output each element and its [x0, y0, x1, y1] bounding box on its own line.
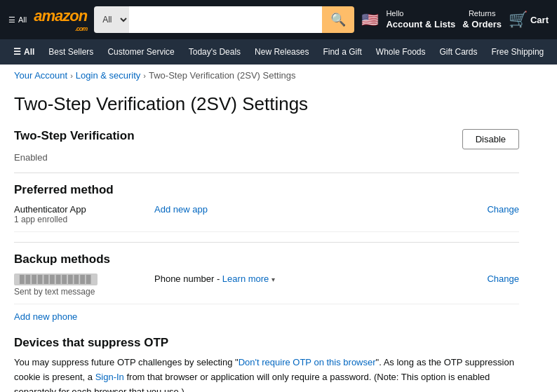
disable-button[interactable]: Disable — [462, 129, 519, 149]
nav-item-registry[interactable]: Registry — [551, 43, 557, 60]
nav-item-whole-foods[interactable]: Whole Foods — [370, 43, 432, 60]
nav-item-new-releases[interactable]: New Releases — [248, 43, 315, 60]
divider-1 — [14, 173, 519, 173]
preferred-title: Preferred method — [14, 183, 519, 197]
breadcrumb-current: Two-Step Verification (2SV) Settings — [149, 70, 296, 81]
page-title: Two-Step Verification (2SV) Settings — [14, 93, 519, 115]
dont-require-link: Don't require OTP on this browser — [239, 357, 376, 367]
nav-item-all[interactable]: ☰ All — [7, 43, 41, 60]
backup-phone-info: ████████████ Sent by text message — [14, 273, 154, 297]
hamburger-label: All — [18, 15, 27, 24]
preferred-change: Change — [487, 204, 519, 215]
nav-item-todays-deals[interactable]: Today's Deals — [182, 43, 247, 60]
amazon-logo[interactable]: amazon .com — [34, 7, 87, 32]
two-step-header: Two-Step Verification Disable — [14, 129, 519, 149]
two-step-title: Two-Step Verification — [14, 129, 135, 143]
backup-phone-label: Phone number - Learn more ▾ — [154, 273, 487, 284]
main-content: Two-Step Verification (2SV) Settings Two… — [0, 86, 533, 392]
search-bar: All 🔍 — [94, 6, 354, 33]
sent-by-label: Sent by text message — [14, 287, 154, 297]
otp-section: Devices that suppress OTP You may suppre… — [14, 336, 519, 392]
breadcrumb-login-security[interactable]: Login & security — [76, 70, 141, 81]
otp-title: Devices that suppress OTP — [14, 336, 519, 350]
divider-2 — [14, 242, 519, 243]
hamburger-menu[interactable]: ☰ All — [8, 15, 27, 25]
flag-icon: 🇺🇸 — [361, 11, 379, 28]
preferred-method-label: Authenticator App — [14, 204, 154, 215]
add-new-app-link[interactable]: Add new app — [154, 204, 208, 215]
otp-description-1: You may suppress future OTP challenges b… — [14, 356, 519, 392]
header: ☰ All amazon .com All 🔍 🇺🇸 Hello Account… — [0, 0, 557, 39]
nav-item-gift-cards[interactable]: Gift Cards — [434, 43, 484, 60]
add-phone-container: Add new phone — [14, 304, 519, 322]
nav-bar: ☰ All Best Sellers Customer Service Toda… — [0, 39, 557, 65]
preferred-method-sub: 1 app enrolled — [14, 215, 154, 224]
nav-item-find-a-gift[interactable]: Find a Gift — [316, 43, 368, 60]
phone-number-text: Phone number — [154, 273, 214, 284]
returns-label: Returns — [462, 8, 502, 18]
sign-in-link: Sign-In — [95, 372, 124, 382]
preferred-row: Authenticator App 1 app enrolled Add new… — [14, 197, 519, 232]
breadcrumb: Your Account › Login & security › Two-St… — [0, 65, 557, 86]
hello-label: Hello — [386, 8, 455, 18]
backup-row: ████████████ Sent by text message Phone … — [14, 266, 519, 304]
backup-change-link[interactable]: Change — [487, 273, 519, 284]
learn-more-dropdown-icon: ▾ — [271, 276, 275, 283]
learn-more-link[interactable]: Learn more — [222, 273, 269, 284]
breadcrumb-sep-1: › — [70, 72, 73, 80]
add-new-phone-link[interactable]: Add new phone — [14, 311, 77, 322]
breadcrumb-sep-2: › — [143, 72, 146, 80]
returns-orders[interactable]: Returns & Orders — [462, 8, 502, 30]
backup-title: Backup methods — [14, 252, 519, 266]
hamburger-icon: ☰ — [8, 15, 15, 25]
search-input[interactable] — [129, 6, 322, 33]
cart-button[interactable]: 🛒 Cart — [509, 11, 549, 29]
account-lists-menu[interactable]: Hello Account & Lists — [386, 8, 455, 30]
backup-change: Change — [487, 273, 519, 284]
nav-item-customer-service[interactable]: Customer Service — [101, 43, 180, 60]
preferred-method-info: Authenticator App 1 app enrolled — [14, 204, 154, 224]
search-button[interactable]: 🔍 — [322, 6, 354, 33]
cart-label: Cart — [530, 15, 549, 25]
cart-icon: 🛒 — [509, 11, 528, 29]
breadcrumb-your-account[interactable]: Your Account — [14, 70, 67, 81]
nav-item-free-shipping[interactable]: Free Shipping — [485, 43, 551, 60]
phone-blurred: ████████████ — [14, 273, 98, 285]
preferred-add: Add new app — [154, 204, 487, 215]
two-step-status: Enabled — [14, 152, 519, 163]
hamburger-small-icon: ☰ — [13, 47, 21, 57]
nav-item-best-sellers[interactable]: Best Sellers — [42, 43, 100, 60]
account-lists-label: Account & Lists — [386, 19, 455, 31]
orders-label: & Orders — [462, 19, 502, 31]
search-icon: 🔍 — [330, 13, 346, 27]
search-category-select[interactable]: All — [94, 6, 129, 33]
preferred-change-link[interactable]: Change — [487, 204, 519, 215]
